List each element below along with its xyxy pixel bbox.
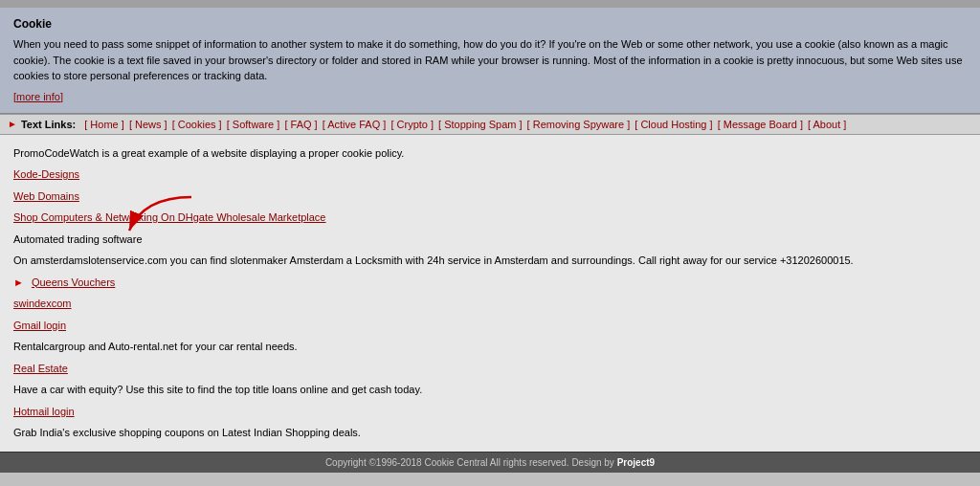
- list-item: swindexcom: [13, 293, 967, 315]
- nav-software[interactable]: [ Software ]: [227, 119, 280, 130]
- list-item: On amsterdamslotenservice.com you can fi…: [13, 250, 967, 272]
- item-text: Rentalcargroup and Auto-rental.net for y…: [13, 341, 298, 352]
- more-info-link[interactable]: [more info]: [13, 91, 63, 102]
- nav-about[interactable]: [ About ]: [808, 119, 846, 130]
- cookie-title: Cookie: [13, 17, 967, 31]
- footer: Copyright ©1996-2018 Cookie Central All …: [0, 452, 980, 473]
- dhgate-link[interactable]: Shop Computers & Networking On DHgate Wh…: [13, 211, 325, 223]
- list-item: Automated trading software: [13, 229, 967, 251]
- top-bar: [0, 0, 980, 8]
- item-text: Grab India's exclusive shopping coupons …: [13, 427, 361, 438]
- nav-cloud-hosting[interactable]: [ Cloud Hosting ]: [635, 119, 712, 130]
- item-text: Have a car with equity? Use this site to…: [13, 384, 422, 395]
- item-text: Automated trading software: [13, 233, 143, 245]
- item-text: On amsterdamslotenservice.com you can fi…: [13, 254, 854, 266]
- nav-arrow-icon: ►: [8, 119, 17, 129]
- nav-cookies[interactable]: [ Cookies ]: [172, 119, 222, 130]
- main-content: PromoCodeWatch is a great example of a w…: [0, 135, 980, 452]
- list-item: PromoCodeWatch is a great example of a w…: [13, 143, 967, 165]
- list-item: ► Queens Vouchers: [13, 272, 967, 294]
- list-item: Web Domains: [13, 186, 967, 208]
- nav-message-board[interactable]: [ Message Board ]: [718, 119, 803, 130]
- kode-designs-link[interactable]: Kode-Designs: [13, 168, 79, 180]
- nav-crypto[interactable]: [ Crypto ]: [390, 119, 434, 130]
- real-estate-link[interactable]: Real Estate: [13, 363, 68, 374]
- hotmail-login-link[interactable]: Hotmail login: [13, 406, 75, 417]
- footer-text: Copyright ©1996-2018 Cookie Central All …: [325, 457, 617, 468]
- list-item: Grab India's exclusive shopping coupons …: [13, 422, 967, 444]
- cookie-section: Cookie When you need to pass some snippe…: [0, 8, 980, 114]
- list-item: Have a car with equity? Use this site to…: [13, 379, 967, 401]
- nav-faq[interactable]: [ FAQ ]: [284, 119, 317, 130]
- nav-home[interactable]: [ Home ]: [84, 119, 124, 130]
- web-domains-link[interactable]: Web Domains: [13, 190, 79, 202]
- item-text: PromoCodeWatch is a great example of a w…: [13, 147, 404, 159]
- nav-removing-spyware[interactable]: [ Removing Spyware ]: [527, 119, 631, 130]
- cookie-body: When you need to pass some snippet of in…: [13, 36, 967, 84]
- list-item: Kode-Designs: [13, 164, 967, 186]
- swinindex-link[interactable]: swindexcom: [13, 298, 72, 309]
- bullet-arrow-icon: ►: [13, 275, 24, 291]
- list-item: Gmail login: [13, 315, 967, 337]
- footer-brand: Project9: [617, 457, 655, 468]
- nav-bar: ► Text Links: [ Home ] [ News ] [ Cookie…: [0, 114, 980, 135]
- gmail-login-link[interactable]: Gmail login: [13, 320, 66, 331]
- nav-active-faq[interactable]: [ Active FAQ ]: [323, 119, 387, 130]
- list-item: Shop Computers & Networking On DHgate Wh…: [13, 207, 967, 229]
- nav-label: ► Text Links:: [8, 119, 76, 130]
- list-item: Real Estate: [13, 358, 967, 380]
- queens-vouchers-link[interactable]: Queens Vouchers: [32, 275, 115, 291]
- list-item: Hotmail login: [13, 401, 967, 423]
- nav-news[interactable]: [ News ]: [129, 119, 167, 130]
- list-item: Rentalcargroup and Auto-rental.net for y…: [13, 336, 967, 358]
- nav-stopping-spam[interactable]: [ Stopping Spam ]: [438, 119, 522, 130]
